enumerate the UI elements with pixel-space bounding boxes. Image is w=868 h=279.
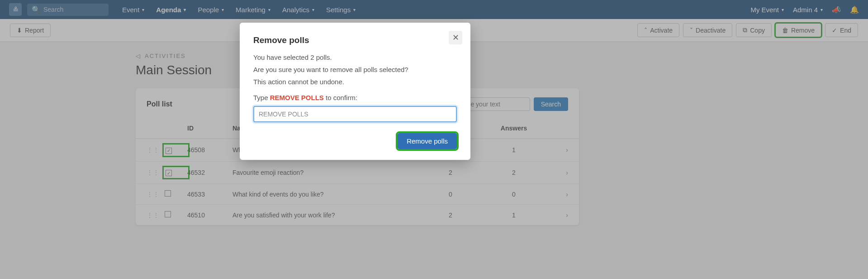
modal-confirm-button[interactable]: Remove polls [398,133,457,149]
close-icon: ✕ [452,33,459,43]
modal-body: You have selected 2 polls. Are you sure … [253,53,457,122]
modal-confirm-label: Type REMOVE POLLS to confirm: [253,94,457,101]
modal-text-line: You have selected 2 polls. [253,53,457,61]
remove-polls-modal: ✕ Remove polls You have selected 2 polls… [240,23,470,160]
modal-close-button[interactable]: ✕ [449,31,462,44]
modal-title: Remove polls [253,35,457,45]
modal-text-line: This action cannot be undone. [253,78,457,86]
modal-confirm-input[interactable] [253,106,457,122]
modal-text-line: Are you sure you want to remove all poll… [253,66,457,73]
